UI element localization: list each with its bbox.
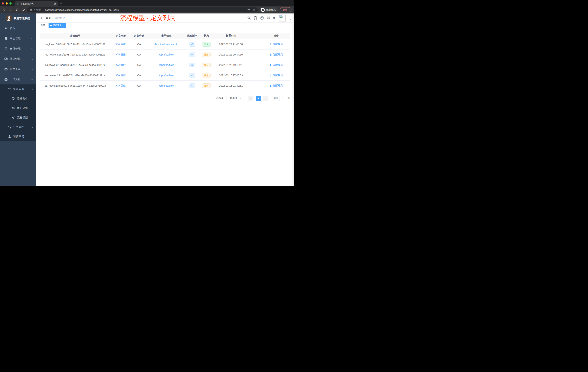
search-icon[interactable] bbox=[247, 16, 251, 20]
chevron-down-icon bbox=[32, 48, 33, 50]
incognito-label: 无痕模式 bbox=[266, 8, 276, 11]
definition-id: oa_leave:4:991f2193-7b7f-11ec-a3c8-acde4… bbox=[40, 53, 111, 56]
url-text[interactable]: dashboard.yudao.iocoder.cn/bpm/manager/d… bbox=[45, 9, 245, 11]
status-badge: 挂起 bbox=[202, 63, 210, 67]
minimize-window-button[interactable] bbox=[6, 2, 8, 5]
current-page-button[interactable]: 1 bbox=[256, 96, 261, 101]
close-window-button[interactable] bbox=[2, 2, 4, 5]
next-page-button[interactable] bbox=[263, 96, 268, 101]
avatar[interactable] bbox=[279, 15, 286, 22]
caret-down-icon[interactable] bbox=[289, 19, 291, 20]
status-badge: 挂起 bbox=[202, 52, 210, 57]
col-definition-name: 定义名称 bbox=[111, 34, 131, 37]
form-link[interactable]: /bpm/oa/flow bbox=[159, 64, 173, 66]
forward-icon[interactable] bbox=[9, 8, 12, 11]
sidebar-item-process-model[interactable]: 流程模型 bbox=[0, 113, 36, 122]
tab-title: 芋道管理系统 bbox=[20, 2, 54, 5]
deploy-time: 2022-01-16 01:40:51 bbox=[214, 84, 248, 87]
sidebar-item-process-form[interactable]: 流程表单 bbox=[0, 94, 36, 103]
breadcrumb: 首页 / 流程定义 bbox=[46, 16, 65, 20]
reload-icon[interactable] bbox=[16, 8, 19, 11]
hamburger-icon[interactable] bbox=[39, 16, 42, 20]
chrome-update-button[interactable]: 更新 bbox=[280, 7, 292, 12]
assign-rule-button[interactable]: 分配规则 bbox=[273, 43, 283, 46]
prev-page-button[interactable] bbox=[248, 96, 253, 101]
definition-name-link[interactable]: OA 请假 bbox=[116, 74, 126, 77]
browser-toolbar: 不安全 | dashboard.yudao.iocoder.cn/bpm/man… bbox=[0, 6, 294, 13]
chevron-down-icon bbox=[32, 37, 33, 39]
sidebar-item-process-mgmt[interactable]: 流程管理 bbox=[0, 85, 36, 94]
chrome-update-label: 更新 bbox=[283, 8, 287, 11]
sidebar-item-system[interactable]: 系统管理 bbox=[0, 33, 36, 44]
breadcrumb-current: 流程定义 bbox=[55, 16, 65, 20]
page-scrollbar[interactable] bbox=[293, 13, 294, 186]
question-icon[interactable]: ? bbox=[260, 16, 264, 20]
window-controls bbox=[2, 2, 12, 5]
sidebar-item-devtools[interactable]: 研发工具 bbox=[0, 64, 36, 74]
col-definition-category: 定义分类 bbox=[131, 34, 147, 37]
definition-name-link[interactable]: OA 请假 bbox=[116, 63, 126, 66]
warning-icon[interactable] bbox=[30, 8, 32, 11]
form-link[interactable]: /bpm/oa/flow bbox=[159, 74, 173, 77]
deploy-time: 2022-01-22 19:19:11 bbox=[214, 64, 248, 66]
incognito-badge: 无痕模式 bbox=[260, 7, 278, 12]
definition-name-link[interactable]: OA 请假 bbox=[116, 43, 126, 45]
page-unit-label: 页 bbox=[288, 97, 290, 100]
definition-id: oa_leave:2:3c1f0ef1-76b1-11ec-9c66-a2380… bbox=[40, 74, 111, 77]
user-icon bbox=[269, 43, 272, 45]
back-icon[interactable] bbox=[2, 8, 6, 11]
new-tab-button[interactable] bbox=[60, 2, 62, 4]
chrome-menu-icon[interactable] bbox=[289, 9, 289, 11]
goto-page-input[interactable]: 1 bbox=[279, 96, 286, 101]
breadcrumb-home[interactable]: 首页 bbox=[46, 16, 51, 20]
github-icon[interactable] bbox=[254, 16, 257, 20]
definition-name-link[interactable]: OA 请假 bbox=[116, 84, 126, 87]
definition-name-link[interactable]: OA 请假 bbox=[116, 53, 126, 56]
tab-close-icon[interactable] bbox=[54, 3, 56, 5]
table-header-row: 定义编号 定义名称 定义分类 表单信息 流程版本 状态 部署时间 操作 bbox=[40, 33, 290, 39]
url-separator: | bbox=[42, 8, 43, 11]
assign-rule-button[interactable]: 分配规则 bbox=[273, 84, 283, 87]
sidebar-logo[interactable]: 芋道管理系统 bbox=[0, 13, 36, 23]
app-navbar: 首页 / 流程定义 流程模型 - 定义列表 ? bbox=[36, 13, 294, 22]
form-link[interactable]: /bpm/oa/flow bbox=[159, 84, 173, 87]
deploy-time: 2022-01-16 17:46:53 bbox=[214, 74, 248, 77]
bookmark-star-icon[interactable]: ☆ bbox=[253, 8, 255, 11]
sidebar-item-task-mgmt[interactable]: 任务管理 bbox=[0, 122, 36, 132]
home-icon[interactable] bbox=[22, 8, 25, 11]
browser-tab[interactable]: 芋道管理系统 bbox=[15, 1, 58, 6]
chevron-up-icon bbox=[31, 79, 33, 80]
incognito-icon bbox=[261, 8, 265, 12]
font-size-icon[interactable]: tT bbox=[273, 16, 275, 20]
page-size-select[interactable]: 10条/页 bbox=[227, 96, 244, 101]
security-label[interactable]: 不安全 bbox=[34, 8, 41, 11]
assign-rule-button[interactable]: 分配规则 bbox=[273, 63, 283, 67]
sidebar-item-user-group[interactable]: 用户分组 bbox=[0, 103, 36, 113]
sidebar-item-leave-query[interactable]: 请假查询 bbox=[0, 132, 36, 141]
sidebar-item-workflow[interactable]: 工作流程 bbox=[0, 74, 36, 85]
sidebar-item-home[interactable]: 首页 bbox=[0, 23, 36, 33]
app-root: 芋道管理系统 首页 系统管理 ¥ 支付管理 bbox=[0, 13, 294, 186]
pagination: 共 5 条 10条/页 1 前往 1 页 bbox=[40, 96, 290, 101]
col-status: 状态 bbox=[199, 34, 214, 37]
assign-rule-button[interactable]: 分配规则 bbox=[273, 74, 283, 77]
status-badge: 激活 bbox=[202, 42, 210, 47]
address-bar[interactable]: 不安全 | dashboard.yudao.iocoder.cn/bpm/man… bbox=[27, 7, 258, 12]
sidebar-item-payment[interactable]: ¥ 支付管理 bbox=[0, 44, 36, 54]
sidebar-item-infra[interactable]: 基础设施 bbox=[0, 54, 36, 64]
col-definition-id: 定义编号 bbox=[40, 34, 111, 37]
sidebar: 芋道管理系统 首页 系统管理 ¥ 支付管理 bbox=[0, 13, 36, 186]
briefcase-icon bbox=[4, 78, 8, 81]
maximize-window-button[interactable] bbox=[10, 2, 12, 5]
version-badge: v3 bbox=[189, 63, 195, 67]
definition-id: oa_leave:3:1fad3d93-7b75-11ec-a3c8-acde4… bbox=[40, 64, 111, 66]
tag-process-definition[interactable]: 流程定义 bbox=[49, 23, 66, 28]
user-icon bbox=[269, 64, 272, 66]
tag-home[interactable]: 首页 bbox=[39, 23, 47, 28]
form-link[interactable]: /bpm/oa/flow bbox=[159, 53, 173, 56]
tag-close-icon[interactable] bbox=[63, 25, 64, 26]
key-icon[interactable] bbox=[247, 8, 250, 11]
assign-rule-button[interactable]: 分配规则 bbox=[273, 53, 283, 56]
fullscreen-icon[interactable] bbox=[267, 16, 270, 20]
form-link[interactable]: /bpm/oa/leave/create bbox=[155, 43, 178, 46]
